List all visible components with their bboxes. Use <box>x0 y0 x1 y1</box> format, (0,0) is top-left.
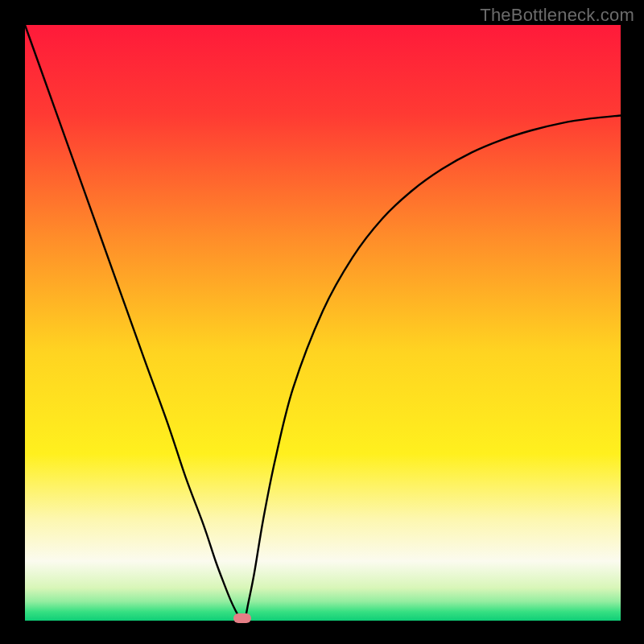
plot-outer <box>25 25 621 621</box>
chart-frame: TheBottleneck.com <box>0 0 644 644</box>
dip-marker <box>233 613 251 623</box>
watermark-text: TheBottleneck.com <box>480 5 634 26</box>
bottleneck-curve <box>25 25 621 621</box>
